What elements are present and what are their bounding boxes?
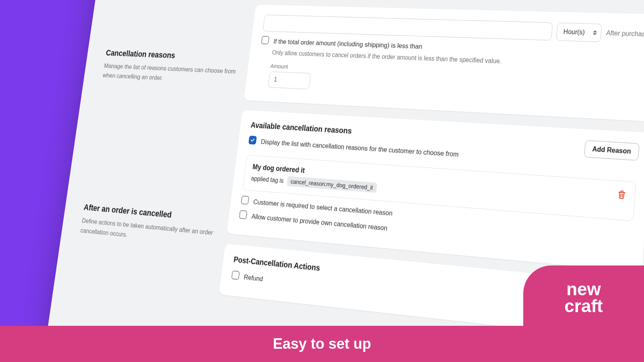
time-unit-value: Hour(s)	[563, 28, 585, 36]
amount-input[interactable]: 1	[268, 71, 311, 89]
time-limit-card: Hour(s) After purchase If the total orde…	[244, 5, 644, 121]
brand-line1: new	[566, 281, 601, 298]
order-amount-checkbox[interactable]	[261, 36, 270, 44]
refund-label: Refund	[243, 272, 263, 284]
brand-line2: craft	[564, 298, 603, 315]
allow-own-reason-checkbox[interactable]	[239, 210, 248, 219]
time-unit-select[interactable]: Hour(s)	[556, 23, 602, 42]
time-limit-input[interactable]	[263, 15, 553, 41]
stepper-icon	[592, 30, 597, 35]
display-reasons-checkbox[interactable]	[248, 136, 257, 144]
promo-caption-bar: Easy to set up	[0, 326, 644, 362]
order-amount-checkbox-row: If the total order amount (including shi…	[256, 36, 644, 105]
promo-frame: Cancellation reasons Manage the list of …	[0, 0, 644, 362]
promo-caption: Easy to set up	[273, 335, 371, 352]
section-cancellation-reasons: Cancellation reasons Manage the list of …	[102, 48, 241, 86]
section-after-cancel: After an order is cancelled Define actio…	[80, 202, 220, 248]
applied-tag-prefix: applied tag is	[251, 175, 284, 184]
check-icon	[250, 137, 255, 143]
reason-name: My dog ordered it	[252, 163, 305, 175]
require-reason-checkbox[interactable]	[241, 195, 249, 205]
section-desc: Manage the list of reasons customers can…	[102, 61, 239, 86]
delete-reason-button[interactable]	[617, 189, 627, 200]
section-descriptions-column: Cancellation reasons Manage the list of …	[69, 1, 247, 325]
add-reason-button[interactable]: Add Reason	[584, 140, 640, 160]
after-purchase-label: After purchase	[606, 29, 644, 38]
trash-icon	[617, 189, 627, 200]
cancellation-reasons-card: Available cancellation reasons Display t…	[227, 110, 644, 272]
brand-badge: new craft	[523, 265, 644, 326]
reason-tag-chip: cancel_reason:my_dog_ordered_it	[287, 176, 377, 193]
section-title: Cancellation reasons	[105, 48, 241, 63]
refund-checkbox[interactable]	[231, 270, 239, 280]
